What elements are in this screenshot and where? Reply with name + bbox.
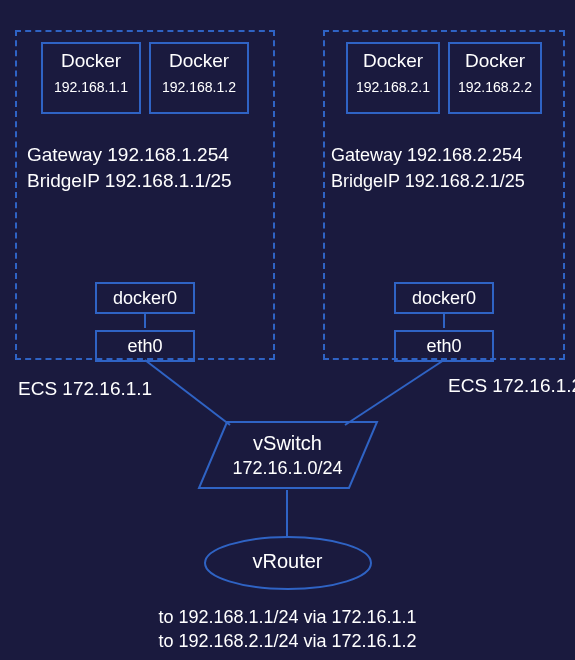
vswitch-shape <box>197 420 379 490</box>
docker-ip: 192.168.2.2 <box>450 78 540 96</box>
route-entry: to 192.168.1.1/24 via 172.16.1.1 <box>0 605 575 629</box>
docker-container: Docker 192.168.1.1 <box>41 42 141 114</box>
docker-row: Docker 192.168.1.1 Docker 192.168.1.2 <box>17 42 273 114</box>
ecs-host-right: Docker 192.168.2.1 Docker 192.168.2.2 Ga… <box>323 30 565 360</box>
docker-label: Docker <box>465 50 525 71</box>
docker0-interface: docker0 <box>394 282 494 314</box>
ecs-host-left: Docker 192.168.1.1 Docker 192.168.1.2 Ga… <box>15 30 275 360</box>
bridgeip-label: BridgeIP 192.168.2.1/25 <box>325 168 563 194</box>
docker-row: Docker 192.168.2.1 Docker 192.168.2.2 <box>325 42 563 114</box>
svg-line-3 <box>345 360 444 425</box>
vswitch-node: vSwitch 172.16.1.0/24 <box>197 420 379 490</box>
eth0-interface: eth0 <box>394 330 494 362</box>
vrouter-title: vRouter <box>203 550 373 573</box>
eth0-interface: eth0 <box>95 330 195 362</box>
docker-label: Docker <box>61 50 121 71</box>
docker-ip: 192.168.2.1 <box>348 78 438 96</box>
route-table: to 192.168.1.1/24 via 172.16.1.1 to 192.… <box>0 605 575 653</box>
docker0-interface: docker0 <box>95 282 195 314</box>
docker-ip: 192.168.1.1 <box>43 78 139 96</box>
ecs-ip-label-right: ECS 172.16.1.2 <box>448 375 575 397</box>
ecs-ip-label-left: ECS 172.16.1.1 <box>18 378 152 400</box>
svg-line-2 <box>145 360 230 425</box>
vswitch-subnet: 172.16.1.0/24 <box>197 458 379 479</box>
vswitch-title: vSwitch <box>197 432 379 455</box>
route-entry: to 192.168.2.1/24 via 172.16.1.2 <box>0 629 575 653</box>
docker-label: Docker <box>363 50 423 71</box>
docker-container: Docker 192.168.2.2 <box>448 42 542 114</box>
diagram-canvas: Docker 192.168.1.1 Docker 192.168.1.2 Ga… <box>0 0 575 660</box>
docker-ip: 192.168.1.2 <box>151 78 247 96</box>
vrouter-node: vRouter <box>203 535 373 591</box>
bridgeip-label: BridgeIP 192.168.1.1/25 <box>17 168 273 194</box>
gateway-label: Gateway 192.168.1.254 <box>17 142 273 168</box>
docker-container: Docker 192.168.1.2 <box>149 42 249 114</box>
gateway-label: Gateway 192.168.2.254 <box>325 142 563 168</box>
docker-label: Docker <box>169 50 229 71</box>
docker-container: Docker 192.168.2.1 <box>346 42 440 114</box>
